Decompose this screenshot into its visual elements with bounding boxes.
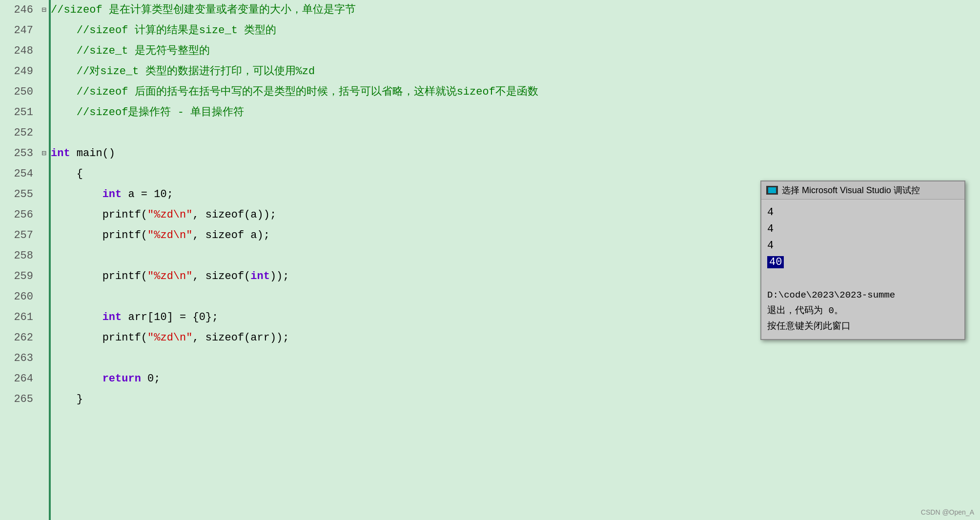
str-zd-259: "%zd\n"	[147, 270, 192, 282]
line-number-247: 247	[0, 20, 39, 41]
line-number-259: 259	[0, 266, 39, 287]
line-content-264: return 0;	[49, 369, 980, 389]
line-number-257: 257	[0, 225, 39, 246]
console-blank	[767, 271, 959, 287]
text-a-255: a = 10;	[122, 188, 173, 200]
str-zd-256: "%zd\n"	[147, 209, 192, 221]
console-path: D:\code\2023\2023-summe	[767, 287, 959, 303]
line-number-252: 252	[0, 123, 39, 143]
line-number-260: 260	[0, 287, 39, 307]
console-titlebar: 选择 Microsoft Visual Studio 调试控	[761, 181, 964, 200]
text-return-val-264: 0;	[141, 373, 161, 385]
line-number-261: 261	[0, 307, 39, 328]
text-sizeof-close-259: ));	[270, 270, 289, 282]
console-highlighted-value: 40	[767, 256, 784, 268]
line-content-249: //对size_t 类型的数据进行打印，可以使用%zd	[49, 61, 980, 82]
str-zd-257: "%zd\n"	[147, 229, 192, 241]
console-output-3: 4	[767, 238, 959, 254]
line-number-262: 262	[0, 328, 39, 348]
text-printf-256: printf(	[102, 209, 147, 221]
console-close-text: 按任意键关闭此窗口	[767, 319, 959, 334]
text-arr-261: arr[10] = {0};	[122, 311, 218, 323]
code-line-263: 263	[0, 348, 980, 369]
keyword-int-261: int	[102, 311, 122, 323]
console-window: 选择 Microsoft Visual Studio 调试控 4 4 4 40 …	[760, 180, 965, 340]
line-content-247: //sizeof 计算的结果是size_t 类型的	[49, 20, 980, 41]
code-line-249: 249 //对size_t 类型的数据进行打印，可以使用%zd	[0, 61, 980, 82]
console-output-2: 4	[767, 221, 959, 238]
line-number-254: 254	[0, 164, 39, 184]
code-line-246: 246 ⊟ //sizeof 是在计算类型创建变量或者变量的大小，单位是字节	[0, 0, 980, 20]
line-gutter-253: ⊟	[39, 143, 49, 164]
line-number-251: 251	[0, 102, 39, 123]
code-area: 246 ⊟ //sizeof 是在计算类型创建变量或者变量的大小，单位是字节 2…	[0, 0, 980, 520]
line-number-256: 256	[0, 205, 39, 225]
text-sizeof-256: , sizeof(a));	[192, 209, 276, 221]
line-gutter-246: ⊟	[39, 0, 49, 20]
line-number-250: 250	[0, 82, 39, 102]
console-output-1: 4	[767, 204, 959, 221]
line-number-258: 258	[0, 246, 39, 266]
line-content-250: //sizeof 后面的括号在括号中写的不是类型的时候，括号可以省略，这样就说s…	[49, 82, 980, 102]
line-number-249: 249	[0, 61, 39, 82]
line-number-255: 255	[0, 184, 39, 205]
code-line-265: 265 }	[0, 389, 980, 410]
code-line-252: 252	[0, 123, 980, 143]
line-number-248: 248	[0, 41, 39, 61]
line-number-265: 265	[0, 389, 39, 410]
text-printf-257: printf(	[102, 229, 147, 241]
text-sizeof-257: , sizeof a);	[192, 229, 269, 241]
line-content-265: }	[49, 389, 980, 410]
vertical-bar	[49, 0, 51, 520]
code-line-247: 247 //sizeof 计算的结果是size_t 类型的	[0, 20, 980, 41]
line-number-246: 246	[0, 0, 39, 20]
line-content-251: //sizeof是操作符 - 单目操作符	[49, 102, 980, 123]
keyword-int-259: int	[250, 270, 270, 282]
line-content-248: //size_t 是无符号整型的	[49, 41, 980, 61]
code-line-248: 248 //size_t 是无符号整型的	[0, 41, 980, 61]
str-zd-262: "%zd\n"	[147, 332, 192, 344]
console-exit-text: 退出，代码为 0。	[767, 303, 959, 319]
console-icon-inner	[768, 187, 776, 193]
console-title: 选择 Microsoft Visual Studio 调试控	[782, 184, 920, 196]
code-line-250: 250 //sizeof 后面的括号在括号中写的不是类型的时候，括号可以省略，这…	[0, 82, 980, 102]
line-number-263: 263	[0, 348, 39, 369]
text-main-253: main()	[70, 147, 115, 160]
console-output-4: 40	[767, 254, 959, 271]
code-line-264: 264 return 0;	[0, 369, 980, 389]
console-body: 4 4 4 40 D:\code\2023\2023-summe 退出，代码为 …	[761, 200, 964, 339]
text-printf-262: printf(	[102, 332, 147, 344]
text-sizeof-arr-262: , sizeof(arr));	[192, 332, 289, 344]
console-icon	[766, 186, 778, 195]
code-line-253: 253 ⊟ int main()	[0, 143, 980, 164]
keyword-return-264: return	[102, 373, 141, 385]
code-editor: 246 ⊟ //sizeof 是在计算类型创建变量或者变量的大小，单位是字节 2…	[0, 0, 980, 520]
text-printf-259: printf(	[102, 270, 147, 282]
keyword-int-255: int	[102, 188, 122, 200]
line-number-264: 264	[0, 369, 39, 389]
line-number-253: 253	[0, 143, 39, 164]
line-content-253: int main()	[49, 143, 980, 164]
keyword-int-253: int	[51, 147, 70, 160]
watermark: CSDN @Open_A	[921, 508, 974, 516]
line-content-246: //sizeof 是在计算类型创建变量或者变量的大小，单位是字节	[49, 0, 980, 20]
code-line-251: 251 //sizeof是操作符 - 单目操作符	[0, 102, 980, 123]
text-sizeof-open-259: , sizeof(	[192, 270, 250, 282]
